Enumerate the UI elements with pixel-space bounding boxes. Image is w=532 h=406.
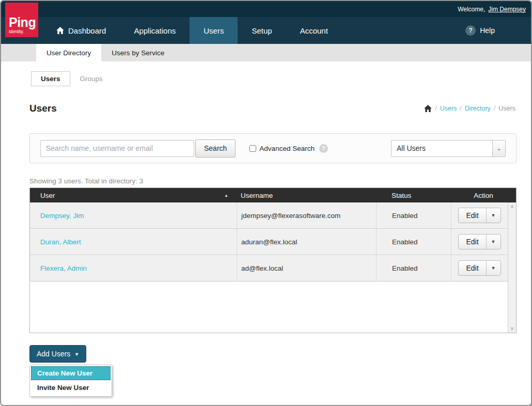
breadcrumb-separator: / [494, 105, 495, 112]
breadcrumb-home-icon[interactable] [424, 105, 432, 112]
help-button[interactable]: ? Help [465, 17, 495, 44]
ping-identity-logo[interactable]: Ping Identity. [5, 3, 38, 37]
help-icon: ? [465, 25, 476, 36]
search-button[interactable]: Search [195, 139, 236, 158]
nav-item-label: Setup [252, 26, 272, 35]
sub-tab-bar: Users Groups [31, 71, 531, 86]
column-header-action: Action [451, 192, 516, 199]
column-header-status[interactable]: Status [376, 192, 451, 199]
nav-item-label: Applications [134, 26, 176, 35]
table-row: Flexera, Admin ad@flex.local Enabled Edi… [30, 255, 508, 282]
scroll-up-icon[interactable]: ∧ [510, 204, 514, 209]
menu-item-create-new-user[interactable]: Create New User [31, 366, 111, 380]
breadcrumb-separator: / [435, 105, 436, 112]
breadcrumb-link-users[interactable]: Users [440, 105, 457, 112]
nav-item-label: Account [300, 26, 328, 35]
advanced-search-checkbox[interactable] [249, 145, 256, 152]
column-label: User [40, 192, 55, 199]
status-cell: Enabled [392, 238, 418, 246]
table-body: Dempsey, Jim jdempsey@flexerasoftware.co… [30, 202, 516, 333]
help-label: Help [480, 26, 495, 35]
search-panel: Search Advanced Search ? All Users ⌄ [29, 133, 517, 163]
breadcrumb-separator: / [460, 105, 461, 112]
tab-label: Users by Service [112, 49, 164, 57]
nav-item-users[interactable]: Users [190, 17, 238, 44]
nav-item-label: Dashboard [68, 26, 106, 35]
user-name-link[interactable]: Flexera, Admin [40, 264, 87, 272]
sort-asc-icon[interactable]: ▲ [224, 193, 237, 198]
edit-caret-icon[interactable]: ▼ [486, 261, 500, 275]
main-nav: Dashboard Applications Users Setup Accou… [1, 17, 531, 44]
home-icon [56, 27, 64, 34]
column-header-user[interactable]: User ▲ [30, 192, 237, 199]
edit-button[interactable]: Edit [459, 208, 486, 223]
user-filter-select[interactable]: All Users ⌄ [391, 140, 506, 157]
edit-button[interactable]: Edit [459, 261, 486, 275]
subtab-groups[interactable]: Groups [70, 71, 113, 86]
app-window: Welcome, Jim Dempsey Dashboard Applicati… [0, 0, 532, 406]
nav-item-setup[interactable]: Setup [238, 17, 286, 44]
status-cell: Enabled [392, 212, 418, 220]
current-user-link[interactable]: Jim Dempsey [488, 6, 526, 13]
nav-item-account[interactable]: Account [286, 17, 342, 44]
subtab-users[interactable]: Users [31, 71, 70, 86]
logo-text: Ping [9, 16, 38, 29]
logo-subtext: Identity. [9, 29, 38, 34]
table-row: Duran, Albert aduran@flex.local Enabled … [30, 229, 508, 255]
status-cell: Enabled [392, 264, 418, 272]
top-strip: Welcome, Jim Dempsey [1, 1, 531, 17]
edit-split-button: Edit ▼ [458, 260, 500, 276]
filter-selected-value: All Users [392, 144, 492, 152]
tab-user-directory[interactable]: User Directory [36, 44, 101, 61]
tab-users-by-service[interactable]: Users by Service [101, 44, 175, 61]
add-users-button[interactable]: Add Users ▼ [29, 345, 86, 363]
username-cell: aduran@flex.local [241, 238, 297, 246]
breadcrumb-link-directory[interactable]: Directory [465, 105, 491, 112]
table-row: Dempsey, Jim jdempsey@flexerasoftware.co… [30, 202, 508, 229]
edit-caret-icon[interactable]: ▼ [486, 208, 500, 223]
search-input[interactable] [40, 140, 194, 157]
user-name-link[interactable]: Duran, Albert [40, 238, 81, 246]
edit-caret-icon[interactable]: ▼ [486, 235, 500, 249]
nav-item-label: Users [204, 26, 224, 35]
scroll-down-icon[interactable]: ∨ [510, 326, 514, 331]
advanced-search-label[interactable]: Advanced Search [259, 145, 315, 152]
menu-item-invite-new-user[interactable]: Invite New User [31, 380, 111, 395]
user-name-link[interactable]: Dempsey, Jim [40, 212, 84, 220]
caret-down-icon: ▼ [74, 352, 79, 357]
breadcrumb: / Users / Directory / Users [424, 105, 515, 112]
column-header-username[interactable]: Username [237, 192, 376, 199]
breadcrumb-current: Users [498, 105, 515, 112]
nav-item-applications[interactable]: Applications [120, 17, 190, 44]
edit-split-button: Edit ▼ [458, 234, 500, 249]
section-tab-bar: User Directory Users by Service [1, 44, 531, 61]
page-title: Users [29, 103, 57, 114]
table-scrollbar[interactable]: ∧ ∨ [508, 202, 516, 333]
users-table: User ▲ Username Status Action Dempsey, J… [29, 188, 517, 333]
chevron-down-icon: ⌄ [492, 140, 505, 157]
edit-button[interactable]: Edit [459, 235, 486, 249]
username-cell: ad@flex.local [241, 264, 283, 272]
table-header: User ▲ Username Status Action [30, 188, 516, 202]
edit-split-button: Edit ▼ [458, 208, 500, 223]
add-users-label: Add Users [37, 350, 70, 358]
tab-label: User Directory [46, 49, 91, 57]
add-users-menu: Create New User Invite New User [29, 365, 112, 397]
advanced-search-help-icon[interactable]: ? [319, 144, 328, 153]
welcome-label: Welcome, [458, 6, 485, 13]
username-cell: jdempsey@flexerasoftware.com [241, 212, 340, 220]
results-summary: Showing 3 users. Total in directory: 3 [29, 177, 503, 185]
nav-item-dashboard[interactable]: Dashboard [42, 17, 120, 44]
